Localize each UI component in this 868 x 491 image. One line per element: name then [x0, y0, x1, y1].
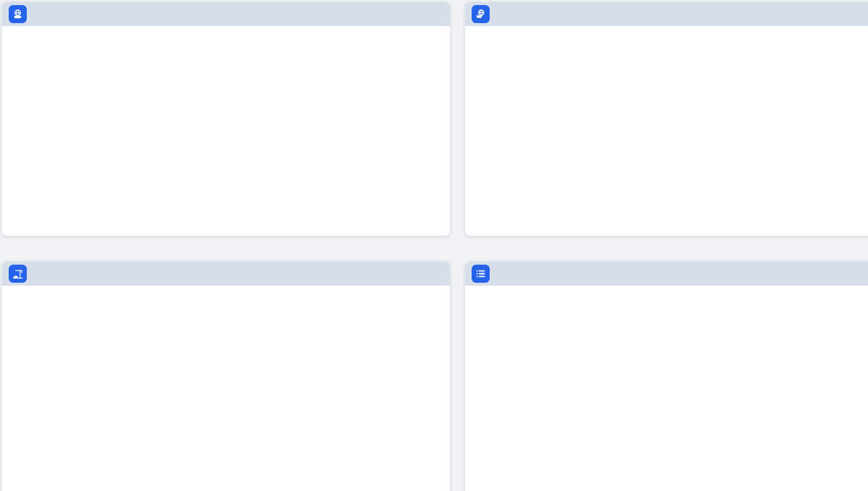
ship-globe-icon: [472, 5, 490, 23]
hs-list-icon: [472, 265, 490, 283]
importers-chart-area: [465, 26, 868, 236]
port-crane-icon: [9, 265, 27, 283]
exporters-chart-area: [2, 26, 450, 236]
hs-codes-chart-area: [465, 286, 868, 491]
donut-hole: [135, 333, 247, 445]
domestic-ports-panel: [1, 261, 451, 491]
hs-codes-panel-header: [465, 262, 868, 286]
importers-panel: [464, 1, 868, 236]
exporters-panel-header: [2, 2, 450, 26]
domestic-ports-donut[interactable]: [100, 298, 282, 480]
hs-codes-panel: [464, 261, 868, 491]
importers-panel-header: [465, 2, 868, 26]
domestic-ports-panel-header: [2, 262, 450, 286]
exporters-panel: [1, 1, 451, 236]
domestic-ports-chart-area: [2, 286, 450, 491]
ship-globe-icon: [9, 5, 27, 23]
